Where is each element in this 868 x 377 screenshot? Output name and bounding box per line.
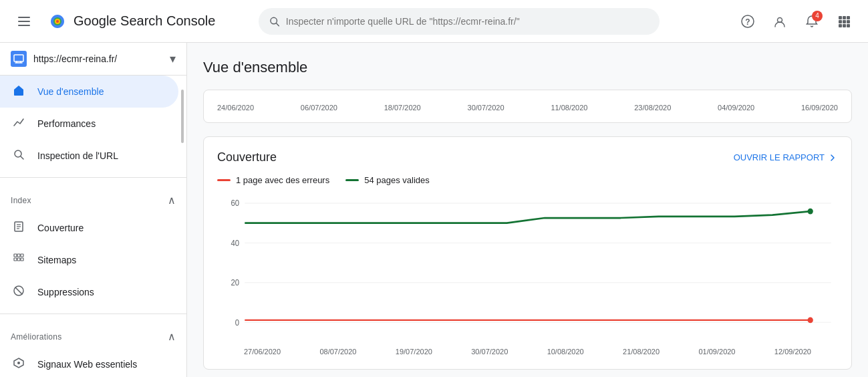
main-content: Vue d'ensemble 24/06/2020 06/07/2020 18/… xyxy=(187,43,868,377)
svg-rect-17 xyxy=(847,24,850,27)
scroll-bar xyxy=(181,90,184,143)
svg-text:60: 60 xyxy=(231,199,239,207)
property-type-icon xyxy=(11,51,27,67)
header: Google Search Console ? 4 xyxy=(0,0,868,43)
divider-1 xyxy=(0,177,186,178)
coverage-label: Couverture xyxy=(37,223,84,233)
search-bar[interactable] xyxy=(259,8,660,35)
main-layout: https://ecmr-reina.fr/ ▾ Vue d'ensemble … xyxy=(0,43,868,377)
sidebar-item-core-web-vitals[interactable]: Signaux Web essentiels xyxy=(0,348,178,377)
url-inspection-label: Inspection de l'URL xyxy=(37,150,118,161)
menu-button[interactable] xyxy=(11,8,37,35)
chart-legend: 1 page avec des erreurs 54 pages valides xyxy=(217,175,838,185)
chart-date-4: 30/07/2020 xyxy=(471,348,508,356)
svg-rect-30 xyxy=(17,258,20,261)
core-web-vitals-label: Signaux Web essentiels xyxy=(37,359,137,370)
sidebar-item-overview[interactable]: Vue d'ensemble xyxy=(0,76,178,108)
sidebar-item-url-inspection[interactable]: Inspection de l'URL xyxy=(0,140,178,172)
legend-valid: 54 pages valides xyxy=(345,175,430,185)
svg-text:40: 40 xyxy=(231,238,239,247)
date-4: 30/07/2020 xyxy=(468,104,504,112)
svg-rect-26 xyxy=(14,254,17,257)
svg-rect-16 xyxy=(843,24,846,27)
svg-rect-13 xyxy=(843,20,846,23)
chart-date-7: 01/09/2020 xyxy=(698,348,735,356)
open-report-label: OUVRIR LE RAPPORT xyxy=(734,152,825,162)
suppressions-label: Suppressions xyxy=(37,287,94,297)
chart-date-2: 08/07/2020 xyxy=(319,348,356,356)
svg-rect-9 xyxy=(839,16,842,19)
svg-rect-28 xyxy=(21,254,23,257)
logo-text: Google Search Console xyxy=(74,13,215,29)
sitemaps-icon xyxy=(11,253,27,268)
sidebar-item-suppressions[interactable]: Suppressions xyxy=(0,276,178,308)
sidebar-item-performance[interactable]: Performances xyxy=(0,108,178,140)
legend-valid-line xyxy=(345,179,359,181)
apps-button[interactable] xyxy=(831,8,857,35)
ameliorations-section-title: Améliorations xyxy=(11,332,62,342)
home-icon xyxy=(11,84,27,100)
svg-point-47 xyxy=(808,318,813,324)
account-button[interactable] xyxy=(766,8,793,35)
chart-date-1: 27/06/2020 xyxy=(244,348,281,356)
search-input[interactable] xyxy=(286,16,649,27)
logo[interactable]: Google Search Console xyxy=(48,12,215,31)
ameliorations-collapse-icon[interactable]: ∧ xyxy=(168,330,176,343)
legend-errors-label: 1 page avec des erreurs xyxy=(236,175,329,185)
index-collapse-icon[interactable]: ∧ xyxy=(168,194,176,207)
legend-errors: 1 page avec des erreurs xyxy=(217,175,329,185)
svg-rect-31 xyxy=(21,258,23,261)
svg-line-21 xyxy=(21,156,23,159)
svg-text:?: ? xyxy=(745,17,750,27)
header-actions: ? 4 xyxy=(734,8,857,35)
svg-rect-12 xyxy=(839,20,842,23)
chart-date-3: 19/07/2020 xyxy=(396,348,432,356)
open-report-link[interactable]: OUVRIR LE RAPPORT xyxy=(734,152,838,163)
help-button[interactable]: ? xyxy=(734,8,761,35)
svg-text:20: 20 xyxy=(231,278,239,287)
svg-rect-27 xyxy=(17,254,20,257)
sitemaps-label: Sitemaps xyxy=(37,255,76,265)
top-chart-dates: 24/06/2020 06/07/2020 18/07/2020 30/07/2… xyxy=(217,98,838,114)
svg-rect-29 xyxy=(14,258,17,261)
date-5: 11/08/2020 xyxy=(551,104,587,112)
property-selector[interactable]: https://ecmr-reina.fr/ ▾ xyxy=(0,43,186,76)
date-2: 06/07/2020 xyxy=(301,104,337,112)
sidebar-item-sitemaps[interactable]: Sitemaps xyxy=(0,244,178,276)
notification-count: 4 xyxy=(812,11,823,21)
sidebar-item-coverage[interactable]: Couverture xyxy=(0,212,178,244)
date-8: 16/09/2020 xyxy=(801,104,838,112)
date-6: 23/08/2020 xyxy=(634,104,671,112)
performance-card-partial: 24/06/2020 06/07/2020 18/07/2020 30/07/2… xyxy=(203,90,852,123)
date-3: 18/07/2020 xyxy=(384,104,421,112)
core-web-vitals-icon xyxy=(11,357,27,372)
svg-rect-1 xyxy=(18,21,30,22)
performance-icon xyxy=(11,116,27,132)
divider-2 xyxy=(0,313,186,314)
overview-label: Vue d'ensemble xyxy=(37,86,104,97)
svg-line-33 xyxy=(15,287,22,294)
legend-valid-label: 54 pages valides xyxy=(364,175,430,185)
svg-rect-2 xyxy=(18,25,30,26)
index-section-header: Index ∧ xyxy=(0,183,186,212)
notifications-button[interactable]: 4 xyxy=(799,8,825,35)
svg-rect-11 xyxy=(847,16,850,19)
search-icon xyxy=(269,16,279,27)
couverture-card: Couverture OUVRIR LE RAPPORT 1 page avec… xyxy=(203,136,852,370)
property-url: https://ecmr-reina.fr/ xyxy=(33,53,163,64)
date-7: 04/09/2020 xyxy=(718,104,754,112)
svg-rect-0 xyxy=(18,17,30,18)
chart-x-axis: 27/06/2020 08/07/2020 19/07/2020 30/07/2… xyxy=(217,345,838,356)
svg-rect-15 xyxy=(839,24,842,27)
url-inspection-icon xyxy=(11,148,27,164)
removals-icon xyxy=(11,285,27,300)
legend-error-line xyxy=(217,179,231,181)
chart-date-8: 12/09/2020 xyxy=(774,348,811,356)
chart-date-5: 10/08/2020 xyxy=(547,348,584,356)
couverture-title: Couverture xyxy=(217,150,277,164)
svg-point-35 xyxy=(17,362,20,364)
svg-point-46 xyxy=(808,209,813,215)
performance-label: Performances xyxy=(37,118,96,129)
svg-rect-18 xyxy=(14,55,23,61)
coverage-icon xyxy=(11,221,27,236)
